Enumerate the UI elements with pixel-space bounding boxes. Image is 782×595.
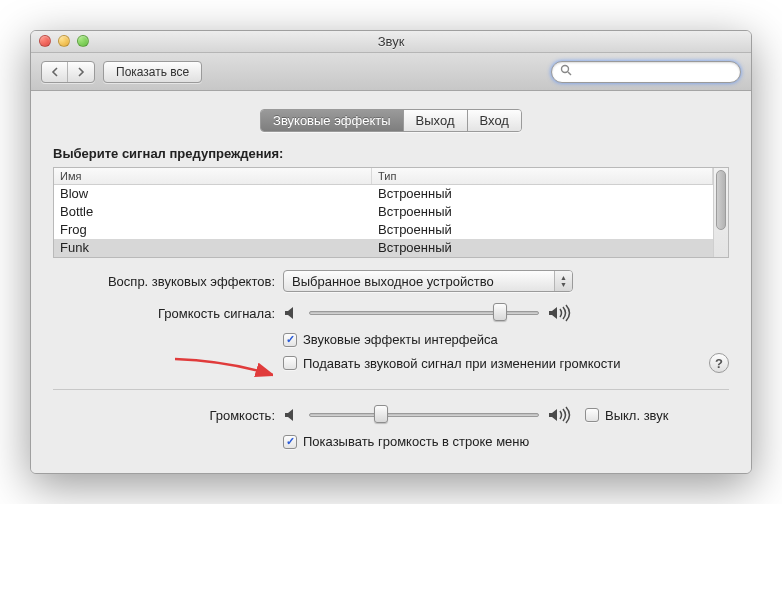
traffic-lights xyxy=(39,35,89,47)
zoom-button[interactable] xyxy=(77,35,89,47)
show-all-label: Показать все xyxy=(116,65,189,79)
search-input[interactable] xyxy=(576,64,732,80)
table-row[interactable]: Blow Встроенный xyxy=(54,185,713,203)
mute-label: Выкл. звук xyxy=(605,408,668,423)
volume-feedback-checkbox[interactable] xyxy=(283,356,297,370)
tab-output[interactable]: Выход xyxy=(404,110,468,131)
ui-sounds-checkbox[interactable] xyxy=(283,333,297,347)
output-volume-slider[interactable] xyxy=(309,408,539,422)
forward-button[interactable] xyxy=(68,62,94,82)
alert-sounds-list[interactable]: Имя Тип Blow Встроенный Bottle Встроенны… xyxy=(53,167,729,258)
annotation-arrow-icon xyxy=(173,355,273,385)
alert-volume-slider[interactable] xyxy=(309,306,539,320)
updown-arrows-icon: ▲▼ xyxy=(554,271,572,291)
slider-knob[interactable] xyxy=(374,405,388,423)
playthrough-popup[interactable]: Выбранное выходное устройство ▲▼ xyxy=(283,270,573,292)
back-button[interactable] xyxy=(42,62,68,82)
speaker-low-icon xyxy=(283,304,301,322)
minimize-button[interactable] xyxy=(58,35,70,47)
window-title: Звук xyxy=(378,34,405,49)
show-in-menubar-checkbox[interactable] xyxy=(283,435,297,449)
table-row[interactable]: Frog Встроенный xyxy=(54,221,713,239)
speaker-low-icon xyxy=(283,406,301,424)
close-button[interactable] xyxy=(39,35,51,47)
divider xyxy=(53,389,729,390)
playthrough-value: Выбранное выходное устройство xyxy=(292,274,494,289)
chevron-right-icon xyxy=(77,67,85,77)
speaker-high-icon xyxy=(547,406,573,424)
speaker-high-icon xyxy=(547,304,573,322)
alert-volume-label: Громкость сигнала: xyxy=(53,306,283,321)
scroll-thumb[interactable] xyxy=(716,170,726,230)
tab-input[interactable]: Вход xyxy=(468,110,521,131)
ui-sounds-label: Звуковые эффекты интерфейса xyxy=(303,332,498,347)
output-volume-label: Громкость: xyxy=(53,408,283,423)
chevron-left-icon xyxy=(51,67,59,77)
tabs: Звуковые эффекты Выход Вход xyxy=(53,109,729,132)
column-header-name[interactable]: Имя xyxy=(54,168,372,184)
search-field[interactable] xyxy=(551,61,741,83)
alert-sound-heading: Выберите сигнал предупреждения: xyxy=(53,146,729,161)
column-header-type[interactable]: Тип xyxy=(372,168,713,184)
mute-checkbox[interactable] xyxy=(585,408,599,422)
slider-knob[interactable] xyxy=(493,303,507,321)
svg-point-0 xyxy=(562,66,569,73)
titlebar[interactable]: Звук xyxy=(31,31,751,53)
scrollbar[interactable] xyxy=(713,168,728,257)
show-in-menubar-label: Показывать громкость в строке меню xyxy=(303,434,529,449)
table-row[interactable]: Funk Встроенный xyxy=(54,239,713,257)
list-header: Имя Тип xyxy=(54,168,713,185)
svg-line-1 xyxy=(568,72,571,75)
playthrough-label: Воспр. звуковых эффектов: xyxy=(53,274,283,289)
table-row[interactable]: Bottle Встроенный xyxy=(54,203,713,221)
help-button[interactable]: ? xyxy=(709,353,729,373)
search-icon xyxy=(560,64,572,79)
volume-feedback-label: Подавать звуковой сигнал при изменении г… xyxy=(303,356,620,371)
toolbar: Показать все xyxy=(31,53,751,91)
tab-sound-effects[interactable]: Звуковые эффекты xyxy=(261,110,404,131)
content: Звуковые эффекты Выход Вход Выберите сиг… xyxy=(31,91,751,473)
sound-preferences-window: Звук Показать все Звуковые эффекты Выход xyxy=(30,30,752,474)
show-all-button[interactable]: Показать все xyxy=(103,61,202,83)
nav-back-forward xyxy=(41,61,95,83)
